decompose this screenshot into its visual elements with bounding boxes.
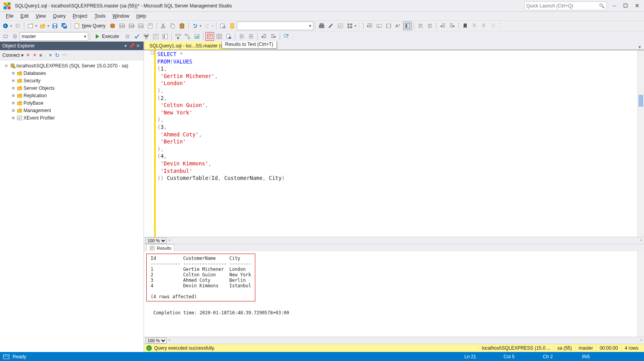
change-connection-button[interactable]	[1, 32, 10, 41]
horizontal-scroll-results[interactable]: ◂▸	[168, 339, 642, 343]
stop-icon[interactable]: ■	[39, 53, 42, 58]
solution-combo[interactable]: ▾	[237, 22, 313, 30]
sql-editor[interactable]: ↕ - SELECT * FROM(VALUES (1, 'Gertie Mic…	[144, 50, 644, 237]
dropdown-icon[interactable]: ▾	[35, 24, 38, 28]
results-to-grid-button[interactable]	[215, 32, 224, 41]
dropdown-icon[interactable]: ▾	[354, 24, 357, 28]
undo-button[interactable]	[191, 22, 199, 30]
expand-icon[interactable]: ⊞	[11, 78, 16, 83]
views-button[interactable]	[346, 22, 354, 30]
results-to-file-button[interactable]	[224, 32, 233, 41]
disconnect-all-icon[interactable]: ✶	[33, 52, 37, 58]
decrease-indent-button-2[interactable]	[260, 32, 268, 41]
comment-button[interactable]	[416, 22, 425, 30]
uncomment-button[interactable]	[426, 22, 434, 30]
bookmark-button[interactable]	[461, 22, 469, 30]
dropdown-icon[interactable]: ▾	[9, 24, 13, 28]
tree-item-xevent-profiler[interactable]: ⊞XEvent Profiler	[0, 114, 144, 122]
registered-servers-button[interactable]	[317, 22, 326, 30]
tools-button[interactable]	[327, 22, 335, 30]
execute-button[interactable]: Execute	[92, 32, 122, 41]
dropdown-icon[interactable]: ▾	[199, 24, 202, 28]
menu-query[interactable]: Query	[49, 12, 69, 20]
dmx-query-button[interactable]: DMX	[127, 22, 136, 30]
menu-project[interactable]: Project	[69, 12, 91, 20]
tree-item-management[interactable]: ⊞Management	[0, 107, 144, 114]
new-project-button[interactable]	[26, 22, 35, 30]
surround-button[interactable]	[384, 22, 393, 30]
results-to-text-button[interactable]	[206, 32, 214, 41]
indent-button[interactable]	[366, 22, 374, 30]
menu-help[interactable]: Help	[133, 12, 150, 20]
pulse-icon[interactable]: 〰	[62, 53, 67, 58]
stop-button[interactable]	[123, 32, 132, 41]
document-tab-active[interactable]: SQLQuery1.sql - loc...SS.master (sa	[144, 42, 231, 50]
pin-icon[interactable]: 📌	[129, 43, 135, 49]
results-tab[interactable]: Results	[146, 244, 174, 251]
zoom-combo-results[interactable]: 100 %	[146, 337, 167, 344]
nav-fwd-button[interactable]	[13, 22, 22, 30]
tree-item-polybase[interactable]: ⊞PolyBase	[0, 99, 144, 107]
cut-button[interactable]	[159, 22, 167, 30]
maximize-button[interactable]: ☐	[623, 3, 628, 9]
collapse-icon[interactable]: ⊟	[4, 63, 9, 68]
uncomment-selection-button[interactable]	[247, 32, 255, 41]
instance-button[interactable]	[11, 32, 19, 41]
new-query-button[interactable]: New Query	[73, 22, 108, 30]
query-options-button[interactable]	[151, 32, 160, 41]
live-stats-button[interactable]	[183, 32, 192, 41]
code-snip-button[interactable]: {}	[375, 22, 384, 30]
menu-tools[interactable]: Tools	[91, 12, 109, 20]
specify-values-button[interactable]	[282, 32, 291, 41]
increase-indent-button[interactable]	[448, 22, 457, 30]
filter-icon[interactable]: ▼	[48, 53, 53, 58]
toggle-outlining-button[interactable]	[403, 22, 412, 30]
activity-monitor-button[interactable]	[336, 22, 345, 30]
db-engine-query-button[interactable]	[108, 22, 117, 30]
expand-icon[interactable]: ⊞	[11, 101, 16, 105]
tree-item-databases[interactable]: ⊞Databases	[0, 69, 144, 77]
dropdown-icon[interactable]: ▾	[47, 24, 50, 28]
close-panel-icon[interactable]: ✕	[135, 43, 141, 49]
increase-indent-button-2[interactable]	[269, 32, 278, 41]
close-button[interactable]: ✕	[635, 3, 639, 9]
menu-view[interactable]: View	[32, 12, 49, 20]
display-plan-button[interactable]	[142, 32, 151, 41]
editor-scrollbar[interactable]	[637, 50, 644, 237]
connect-dropdown[interactable]: Connect ▾	[2, 53, 24, 58]
copy-button[interactable]	[168, 22, 177, 30]
intellisense-button[interactable]	[161, 32, 169, 41]
client-stats-button[interactable]	[193, 32, 201, 41]
collapse-region-icon[interactable]: -	[151, 51, 154, 54]
menu-file[interactable]: File	[2, 12, 17, 20]
include-plan-button[interactable]	[174, 32, 182, 41]
nav-back-button[interactable]	[1, 22, 10, 30]
xmla-query-button[interactable]: XML	[136, 22, 145, 30]
window-position-icon[interactable]: ▾	[122, 43, 129, 49]
prev-bookmark-button[interactable]	[470, 22, 479, 30]
quick-launch-input[interactable]	[526, 3, 599, 9]
expand-icon[interactable]: ⊞	[11, 86, 16, 90]
menu-window[interactable]: Window	[109, 12, 133, 20]
paste-button[interactable]	[178, 22, 186, 30]
tab-dropdown-icon[interactable]: ▾	[635, 44, 644, 50]
database-combo[interactable]: master▾	[20, 32, 88, 41]
results-scrollbar[interactable]	[637, 251, 644, 337]
tree-item-security[interactable]: ⊞Security	[0, 77, 144, 84]
next-bookmark-button[interactable]	[480, 22, 488, 30]
disconnect-icon[interactable]: ✶	[26, 52, 30, 58]
zoom-combo[interactable]: 100 %	[146, 238, 167, 244]
format-button[interactable]: A	[394, 22, 402, 30]
expand-icon[interactable]: ⊞	[11, 108, 16, 112]
minimize-button[interactable]: ─	[613, 3, 616, 9]
analysis-query-button[interactable]: MDX	[118, 22, 126, 30]
expand-icon[interactable]: ⊞	[11, 116, 16, 120]
decrease-indent-button[interactable]	[438, 22, 447, 30]
quick-launch-box[interactable]: 🔍	[524, 2, 607, 10]
tree-item-replication[interactable]: ⊞Replication	[0, 92, 144, 99]
sql-code[interactable]: SELECT * FROM(VALUES (1, 'Gertie Michene…	[156, 50, 637, 237]
properties-button[interactable]	[228, 22, 236, 30]
comment-selection-button[interactable]	[237, 32, 246, 41]
dropdown-icon[interactable]: ▾	[211, 24, 215, 28]
parse-button[interactable]	[133, 32, 141, 41]
